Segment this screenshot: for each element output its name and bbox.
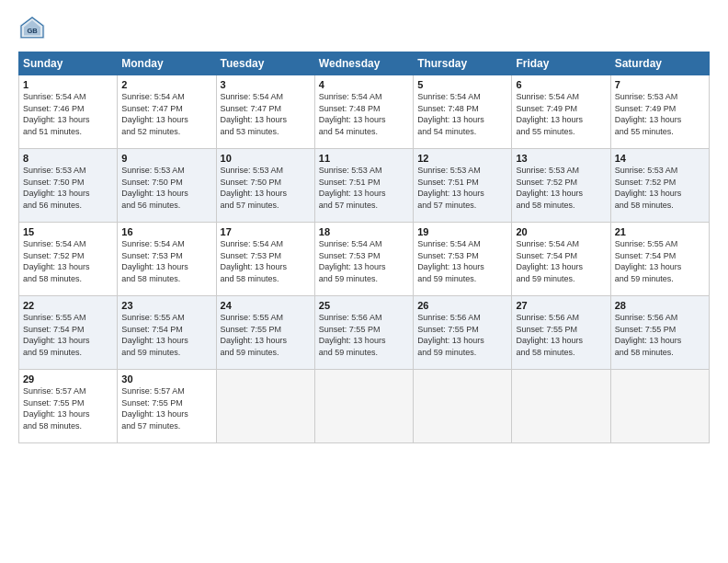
day-number: 19 (417, 226, 507, 237)
day-number: 7 (615, 79, 705, 90)
day-number: 25 (319, 300, 409, 311)
day-number: 10 (221, 153, 311, 164)
calendar-table: SundayMondayTuesdayWednesdayThursdayFrid… (18, 52, 710, 443)
calendar-week-4: 29Sunrise: 5:57 AMSunset: 7:55 PMDayligh… (19, 370, 710, 443)
day-number: 29 (23, 373, 113, 385)
day-number: 2 (121, 79, 211, 90)
day-number: 16 (121, 226, 211, 237)
day-number: 26 (417, 300, 507, 311)
day-number: 30 (121, 373, 211, 385)
calendar-header-thursday: Thursday (414, 52, 512, 75)
day-number: 5 (417, 79, 507, 90)
day-number: 4 (319, 79, 409, 90)
day-info: Sunrise: 5:54 AMSunset: 7:49 PMDaylight:… (516, 92, 583, 136)
day-number: 17 (221, 226, 311, 237)
day-number: 1 (23, 79, 113, 90)
calendar-cell: 14Sunrise: 5:53 AMSunset: 7:52 PMDayligh… (610, 149, 709, 223)
day-info: Sunrise: 5:53 AMSunset: 7:51 PMDaylight:… (319, 166, 386, 210)
calendar-header-row: SundayMondayTuesdayWednesdayThursdayFrid… (19, 52, 710, 75)
calendar-cell: 11Sunrise: 5:53 AMSunset: 7:51 PMDayligh… (314, 149, 413, 223)
day-number: 9 (121, 153, 211, 164)
calendar-cell (314, 370, 413, 443)
calendar-cell: 21Sunrise: 5:55 AMSunset: 7:54 PMDayligh… (610, 223, 709, 296)
calendar-cell: 20Sunrise: 5:54 AMSunset: 7:54 PMDayligh… (512, 223, 610, 296)
day-info: Sunrise: 5:53 AMSunset: 7:50 PMDaylight:… (221, 166, 288, 210)
calendar-cell: 23Sunrise: 5:55 AMSunset: 7:54 PMDayligh… (118, 296, 216, 370)
calendar-cell: 9Sunrise: 5:53 AMSunset: 7:50 PMDaylight… (118, 149, 216, 223)
calendar-cell: 18Sunrise: 5:54 AMSunset: 7:53 PMDayligh… (314, 223, 413, 296)
calendar-cell: 6Sunrise: 5:54 AMSunset: 7:49 PMDaylight… (512, 75, 610, 149)
day-info: Sunrise: 5:53 AMSunset: 7:51 PMDaylight:… (417, 166, 484, 210)
calendar-cell: 12Sunrise: 5:53 AMSunset: 7:51 PMDayligh… (414, 149, 512, 223)
calendar-header-sunday: Sunday (19, 52, 118, 75)
calendar-week-0: 1Sunrise: 5:54 AMSunset: 7:46 PMDaylight… (19, 75, 710, 149)
calendar-cell (414, 370, 512, 443)
day-number: 15 (23, 226, 113, 237)
calendar-cell: 4Sunrise: 5:54 AMSunset: 7:48 PMDaylight… (314, 75, 413, 149)
day-number: 11 (319, 153, 409, 164)
day-info: Sunrise: 5:54 AMSunset: 7:46 PMDaylight:… (23, 92, 90, 136)
day-info: Sunrise: 5:55 AMSunset: 7:54 PMDaylight:… (121, 313, 188, 357)
day-info: Sunrise: 5:54 AMSunset: 7:53 PMDaylight:… (221, 239, 288, 283)
day-number: 18 (319, 226, 409, 237)
calendar-cell: 22Sunrise: 5:55 AMSunset: 7:54 PMDayligh… (19, 296, 118, 370)
calendar-cell: 10Sunrise: 5:53 AMSunset: 7:50 PMDayligh… (216, 149, 314, 223)
svg-text:GB: GB (27, 27, 38, 35)
day-info: Sunrise: 5:55 AMSunset: 7:54 PMDaylight:… (615, 239, 682, 283)
calendar-cell: 27Sunrise: 5:56 AMSunset: 7:55 PMDayligh… (512, 296, 610, 370)
day-info: Sunrise: 5:54 AMSunset: 7:53 PMDaylight:… (417, 239, 484, 283)
day-number: 6 (516, 79, 606, 90)
day-number: 28 (615, 300, 705, 311)
calendar-week-1: 8Sunrise: 5:53 AMSunset: 7:50 PMDaylight… (19, 149, 710, 223)
calendar-header-tuesday: Tuesday (216, 52, 314, 75)
page: GB SundayMondayTuesdayWednesdayThursdayF… (0, 0, 728, 563)
day-info: Sunrise: 5:54 AMSunset: 7:53 PMDaylight:… (121, 239, 188, 283)
day-number: 24 (221, 300, 311, 311)
calendar-cell: 2Sunrise: 5:54 AMSunset: 7:47 PMDaylight… (118, 75, 216, 149)
calendar-cell: 13Sunrise: 5:53 AMSunset: 7:52 PMDayligh… (512, 149, 610, 223)
calendar-cell: 29Sunrise: 5:57 AMSunset: 7:55 PMDayligh… (19, 370, 118, 443)
day-number: 23 (121, 300, 211, 311)
day-info: Sunrise: 5:55 AMSunset: 7:54 PMDaylight:… (23, 313, 90, 357)
calendar-cell: 25Sunrise: 5:56 AMSunset: 7:55 PMDayligh… (314, 296, 413, 370)
header: GB (18, 15, 710, 42)
day-info: Sunrise: 5:56 AMSunset: 7:55 PMDaylight:… (615, 313, 682, 357)
day-info: Sunrise: 5:56 AMSunset: 7:55 PMDaylight:… (319, 313, 386, 357)
calendar-header-friday: Friday (512, 52, 610, 75)
calendar-cell: 5Sunrise: 5:54 AMSunset: 7:48 PMDaylight… (414, 75, 512, 149)
calendar-header-monday: Monday (118, 52, 216, 75)
day-info: Sunrise: 5:54 AMSunset: 7:47 PMDaylight:… (121, 92, 188, 136)
day-number: 8 (23, 153, 113, 164)
calendar-cell: 7Sunrise: 5:53 AMSunset: 7:49 PMDaylight… (610, 75, 709, 149)
day-number: 22 (23, 300, 113, 311)
calendar-cell: 30Sunrise: 5:57 AMSunset: 7:55 PMDayligh… (118, 370, 216, 443)
day-info: Sunrise: 5:53 AMSunset: 7:50 PMDaylight:… (121, 166, 188, 210)
day-info: Sunrise: 5:57 AMSunset: 7:55 PMDaylight:… (121, 386, 188, 431)
calendar-cell: 1Sunrise: 5:54 AMSunset: 7:46 PMDaylight… (19, 75, 118, 149)
day-info: Sunrise: 5:54 AMSunset: 7:48 PMDaylight:… (319, 92, 386, 136)
day-info: Sunrise: 5:56 AMSunset: 7:55 PMDaylight:… (516, 313, 583, 357)
day-info: Sunrise: 5:53 AMSunset: 7:49 PMDaylight:… (615, 92, 682, 136)
logo: GB (18, 15, 50, 42)
day-info: Sunrise: 5:56 AMSunset: 7:55 PMDaylight:… (417, 313, 484, 357)
day-info: Sunrise: 5:54 AMSunset: 7:52 PMDaylight:… (23, 239, 90, 283)
calendar-cell: 28Sunrise: 5:56 AMSunset: 7:55 PMDayligh… (610, 296, 709, 370)
calendar-week-2: 15Sunrise: 5:54 AMSunset: 7:52 PMDayligh… (19, 223, 710, 296)
logo-icon: GB (18, 15, 46, 42)
calendar-header-wednesday: Wednesday (314, 52, 413, 75)
calendar-cell: 19Sunrise: 5:54 AMSunset: 7:53 PMDayligh… (414, 223, 512, 296)
calendar-week-3: 22Sunrise: 5:55 AMSunset: 7:54 PMDayligh… (19, 296, 710, 370)
day-number: 14 (615, 153, 705, 164)
calendar-cell: 17Sunrise: 5:54 AMSunset: 7:53 PMDayligh… (216, 223, 314, 296)
calendar-cell: 16Sunrise: 5:54 AMSunset: 7:53 PMDayligh… (118, 223, 216, 296)
calendar-cell: 15Sunrise: 5:54 AMSunset: 7:52 PMDayligh… (19, 223, 118, 296)
day-number: 12 (417, 153, 507, 164)
day-info: Sunrise: 5:54 AMSunset: 7:53 PMDaylight:… (319, 239, 386, 283)
day-info: Sunrise: 5:55 AMSunset: 7:55 PMDaylight:… (221, 313, 288, 357)
calendar-cell: 8Sunrise: 5:53 AMSunset: 7:50 PMDaylight… (19, 149, 118, 223)
calendar-header-saturday: Saturday (610, 52, 709, 75)
day-number: 3 (221, 79, 311, 90)
day-info: Sunrise: 5:53 AMSunset: 7:50 PMDaylight:… (23, 166, 90, 210)
calendar-cell: 26Sunrise: 5:56 AMSunset: 7:55 PMDayligh… (414, 296, 512, 370)
calendar-cell (512, 370, 610, 443)
